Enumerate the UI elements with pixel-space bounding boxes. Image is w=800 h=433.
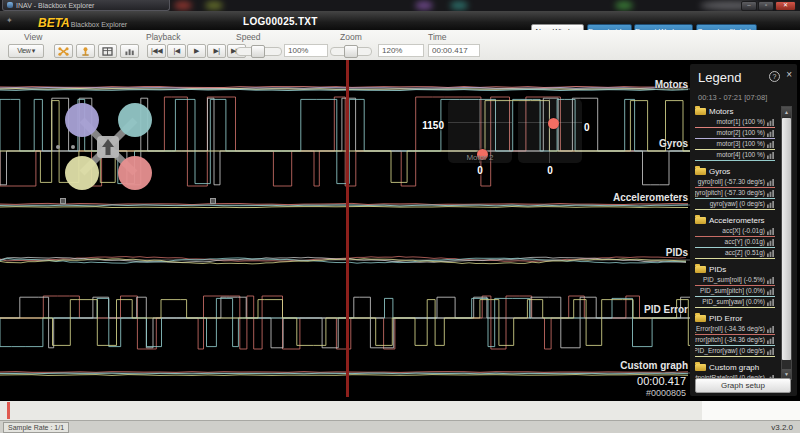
- speed-input[interactable]: [284, 44, 328, 57]
- legend-group-header[interactable]: PID Error: [695, 313, 775, 324]
- expand-graph-icon[interactable]: [767, 179, 774, 186]
- legend-title: Legend: [698, 70, 741, 85]
- legend-item[interactable]: PID_Error[yaw] (0 deg/s): [695, 346, 775, 357]
- folder-icon: [695, 364, 706, 371]
- legend-item[interactable]: acc[Z] (0.51g): [695, 248, 775, 259]
- table-icon: [102, 47, 113, 56]
- legend-item[interactable]: acc[X] (-0.01g): [695, 226, 775, 237]
- expand-graph-icon[interactable]: [767, 277, 774, 284]
- speed-slider[interactable]: [236, 47, 282, 56]
- section-label-pids: PIDs: [666, 247, 688, 258]
- minimize-button[interactable]: –: [741, 1, 757, 11]
- legend-item-label: PID_sum[yaw] (0.0%): [702, 298, 765, 306]
- app-logo: BETABlackbox Explorer: [38, 13, 127, 31]
- motor-circle-back-left: [65, 156, 99, 190]
- zoom-slider[interactable]: [330, 47, 372, 56]
- log-table-toggle-button[interactable]: [98, 44, 117, 58]
- legend-item[interactable]: PID_Error[roll] (-34.36 deg/s): [695, 324, 775, 335]
- help-icon[interactable]: ?: [769, 71, 780, 82]
- legend-item[interactable]: gyro[roll] (-57.30 deg/s): [695, 177, 775, 188]
- expand-graph-icon[interactable]: [767, 152, 774, 159]
- legend-group-header[interactable]: Accelerometers: [695, 215, 775, 226]
- desktop-blob: [615, 1, 633, 10]
- legend-item-label: PID_sum[roll] (-0.5%): [703, 276, 765, 284]
- legend-item[interactable]: PID_sum[roll] (-0.5%): [695, 275, 775, 286]
- legend-group-header[interactable]: Gyros: [695, 166, 775, 177]
- play-button[interactable]: ▶: [187, 44, 206, 58]
- expand-graph-icon[interactable]: [767, 119, 774, 126]
- expand-graph-icon[interactable]: [767, 141, 774, 148]
- folder-icon: [695, 217, 706, 224]
- expand-graph-icon[interactable]: [767, 130, 774, 137]
- expand-graph-icon[interactable]: [767, 326, 774, 333]
- expand-graph-icon[interactable]: [767, 239, 774, 246]
- legend-item[interactable]: motor[2] (100 %): [695, 128, 775, 139]
- beta-logo-text: BETA: [38, 16, 70, 30]
- view-label: View: [24, 32, 42, 42]
- expand-graph-icon[interactable]: [767, 250, 774, 257]
- graph-area[interactable]: Motors Gyros Accelerometers PIDs PID Err…: [0, 60, 800, 397]
- log-file-tab[interactable]: LOG00025.TXT: [243, 16, 318, 27]
- expand-graph-icon[interactable]: [767, 337, 774, 344]
- sticks-icon: [80, 47, 91, 56]
- close-legend-icon[interactable]: ×: [786, 69, 792, 80]
- legend-item[interactable]: motor[4] (100 %): [695, 150, 775, 161]
- legend-group: Accelerometersacc[X] (-0.01g)acc[Y] (0.0…: [695, 215, 775, 259]
- legend-item-label: motor[3] (100 %): [717, 140, 765, 148]
- expand-graph-icon[interactable]: [767, 201, 774, 208]
- seekbar[interactable]: [0, 401, 800, 420]
- window-title-tab[interactable]: INAV - Blackbox Explorer: [2, 0, 170, 11]
- folder-icon: [695, 108, 706, 115]
- seekbar-playhead[interactable]: [7, 402, 10, 419]
- scrollbar-thumb[interactable]: [782, 118, 791, 360]
- logo-subtitle: Blackbox Explorer: [71, 21, 127, 28]
- waveform-trace: [0, 372, 688, 373]
- graph-setup-button[interactable]: Graph setup: [695, 378, 791, 393]
- zoom-input[interactable]: [378, 44, 424, 57]
- craft-toggle-button[interactable]: [54, 44, 73, 58]
- zoom-slider-thumb[interactable]: [344, 45, 358, 58]
- analyser-toggle-button[interactable]: [120, 44, 139, 58]
- legend-item[interactable]: PID_Error[pitch] (-34.36 deg/s): [695, 335, 775, 346]
- motor-circle-front-left: [65, 103, 99, 137]
- legend-item[interactable]: PID_sum[pitch] (0.0%): [695, 286, 775, 297]
- legend-group-header[interactable]: PIDs: [695, 264, 775, 275]
- section-label-pid-error: PID Error: [644, 304, 688, 315]
- time-input[interactable]: [428, 44, 480, 57]
- legend-item[interactable]: acc[Y] (0.01g): [695, 237, 775, 248]
- scroll-up-button[interactable]: ▲: [782, 107, 791, 117]
- legend-panel: Legend ? × 00:13 - 07:21 [07:08] Motorsm…: [690, 64, 797, 396]
- legend-item-label: acc[Z] (0.51g): [725, 249, 765, 257]
- playback-cursor[interactable]: [346, 60, 349, 397]
- step-back-button[interactable]: |◀: [167, 44, 186, 58]
- expand-graph-icon[interactable]: [767, 228, 774, 235]
- legend-item[interactable]: PID_sum[yaw] (0.0%): [695, 297, 775, 308]
- expand-graph-icon[interactable]: [767, 299, 774, 306]
- legend-scrollbar[interactable]: ▲ ▼: [781, 106, 792, 380]
- section-label-custom-graph: Custom graph: [620, 360, 688, 371]
- legend-group-name: Gyros: [709, 167, 730, 176]
- legend-item-label: PID_Error[pitch] (-34.36 deg/s): [695, 336, 765, 344]
- expand-graph-icon[interactable]: [767, 288, 774, 295]
- legend-item[interactable]: motor[1] (100 %): [695, 117, 775, 128]
- legend-item[interactable]: gyro[pitch] (-57.30 deg/s): [695, 188, 775, 199]
- blackbox-explorer-app: INAV - Blackbox Explorer – ▫ ✕ ✦ BETABla…: [0, 0, 800, 433]
- craft-indicator: [54, 92, 162, 200]
- legend-item[interactable]: motor[3] (100 %): [695, 139, 775, 150]
- speed-slider-thumb[interactable]: [251, 45, 265, 58]
- legend-group-header[interactable]: Custom graph: [695, 362, 775, 373]
- step-forward-button[interactable]: ▶|: [207, 44, 226, 58]
- skip-to-start-button[interactable]: |◀◀: [147, 44, 166, 58]
- sticks-toggle-button[interactable]: [76, 44, 95, 58]
- motor-circle-back-right: [118, 156, 152, 190]
- expand-graph-icon[interactable]: [767, 348, 774, 355]
- legend-item[interactable]: gyro[yaw] (0 deg/s): [695, 199, 775, 210]
- close-button[interactable]: ✕: [775, 1, 796, 11]
- maximize-button[interactable]: ▫: [758, 1, 774, 11]
- stick-crosshair-h: [448, 122, 512, 123]
- expand-graph-icon[interactable]: [767, 190, 774, 197]
- frame-number-display: #0000805: [646, 388, 686, 398]
- legend-item-label: gyro[yaw] (0 deg/s): [710, 200, 765, 208]
- view-dropdown[interactable]: View ▾: [8, 44, 44, 58]
- legend-group-header[interactable]: Motors: [695, 106, 775, 117]
